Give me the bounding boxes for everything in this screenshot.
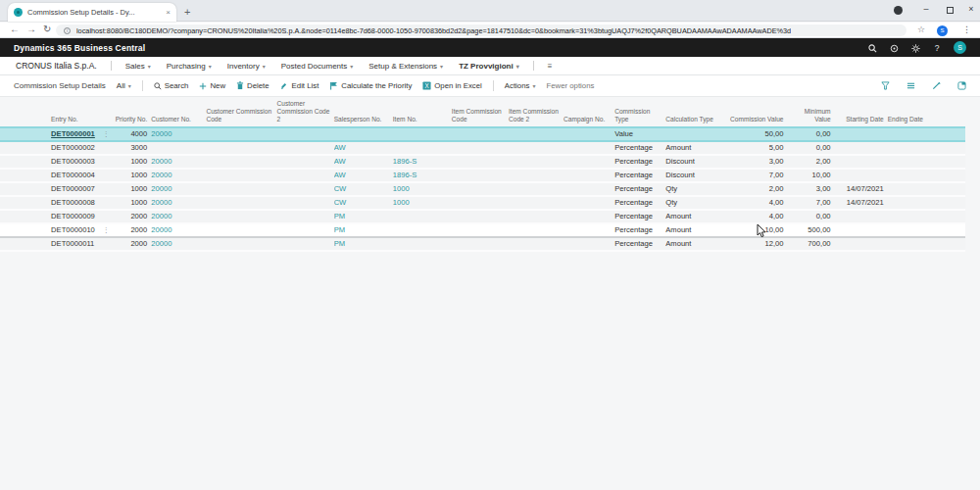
table-row[interactable]: DET0000008100020000CW1000PercentageQty4,… bbox=[0, 196, 965, 210]
cell-customer_commission_code_2[interactable] bbox=[277, 210, 334, 223]
table-row[interactable]: DET0000007100020000CW1000PercentageQty2,… bbox=[0, 182, 965, 196]
column-header-commission_value[interactable]: Commission Value bbox=[724, 98, 787, 127]
cell-priority_no[interactable]: 1000 bbox=[114, 182, 151, 196]
site-info-icon[interactable]: i bbox=[64, 27, 71, 34]
cell-item_commission_code[interactable] bbox=[452, 210, 509, 223]
column-header-campaign_no[interactable]: Campaign No. bbox=[564, 98, 614, 127]
cell-customer_commission_code_2[interactable] bbox=[277, 127, 334, 141]
search-list-button[interactable]: Search bbox=[154, 81, 189, 90]
cell-ending_date[interactable] bbox=[888, 196, 965, 210]
nav-item-purchasing[interactable]: Purchasing▾ bbox=[167, 62, 212, 71]
help-icon[interactable]: ? bbox=[926, 43, 948, 53]
cell-customer_commission_code_2[interactable] bbox=[277, 169, 334, 182]
cell-item_commission_code[interactable] bbox=[452, 196, 509, 210]
cell-calculation_type[interactable]: Qty bbox=[665, 196, 724, 210]
forward-icon[interactable]: → bbox=[26, 24, 36, 34]
cell-calculation_type[interactable]: Amount bbox=[665, 223, 724, 237]
cell-commission_type[interactable]: Percentage bbox=[614, 196, 665, 210]
cell-campaign_no[interactable] bbox=[564, 182, 614, 196]
bookmark-star-icon[interactable]: ☆ bbox=[917, 24, 925, 34]
cell-calculation_type[interactable]: Amount bbox=[665, 141, 724, 155]
cell-calculation_type[interactable] bbox=[665, 127, 724, 141]
cell-starting_date[interactable] bbox=[835, 127, 888, 141]
table-row[interactable]: DET0000001⋮400020000Value50,000,00 bbox=[0, 127, 965, 141]
cell-customer_no[interactable]: 20000 bbox=[151, 127, 206, 141]
cell-item_commission_code[interactable] bbox=[452, 223, 509, 237]
cell-item_commission_code_2[interactable] bbox=[509, 223, 564, 237]
cell-commission_value[interactable]: 50,00 bbox=[724, 127, 787, 141]
cell-salesperson_no[interactable]: CW bbox=[334, 182, 393, 196]
cell-entry_no[interactable]: DET0000010 bbox=[51, 223, 98, 237]
cell-entry_no[interactable]: DET0000003 bbox=[51, 155, 98, 169]
expand-button[interactable] bbox=[957, 81, 966, 90]
cell-customer_no[interactable]: 20000 bbox=[151, 210, 206, 223]
cell-customer_commission_code[interactable] bbox=[206, 223, 276, 237]
cell-salesperson_no[interactable]: PM bbox=[334, 237, 393, 251]
cell-dots[interactable] bbox=[98, 182, 114, 196]
cell-priority_no[interactable]: 1000 bbox=[114, 196, 151, 210]
cell-item_commission_code_2[interactable] bbox=[509, 155, 564, 169]
more-nav-icon[interactable]: ≡ bbox=[548, 62, 554, 71]
window-close-button[interactable]: × bbox=[964, 4, 978, 14]
settings-gear-icon[interactable] bbox=[905, 42, 926, 52]
notifications-icon[interactable] bbox=[883, 42, 905, 52]
cell-campaign_no[interactable] bbox=[564, 210, 614, 223]
cell-item_no[interactable]: 1000 bbox=[393, 196, 452, 210]
cell-commission_value[interactable]: 4,00 bbox=[724, 196, 787, 210]
cell-ending_date[interactable] bbox=[888, 210, 965, 223]
cell-campaign_no[interactable] bbox=[564, 196, 614, 210]
column-header-entry_no[interactable]: Entry No. bbox=[51, 98, 98, 127]
cell-ending_date[interactable] bbox=[888, 169, 965, 182]
cell-starting_date[interactable] bbox=[835, 155, 888, 169]
cell-campaign_no[interactable] bbox=[564, 141, 614, 155]
nav-item-posted-documents[interactable]: Posted Documents▾ bbox=[281, 62, 354, 71]
column-header-ending_date[interactable]: Ending Date bbox=[888, 98, 965, 127]
address-input[interactable]: i localhost:8080/BC180DEMO/?company=CRON… bbox=[56, 24, 906, 36]
cell-calculation_type[interactable]: Discount bbox=[665, 169, 724, 182]
actions-menu-button[interactable]: Actions▾ bbox=[505, 81, 536, 90]
cell-salesperson_no[interactable]: PM bbox=[334, 210, 393, 223]
column-header-starting_date[interactable]: Starting Date bbox=[835, 98, 888, 127]
cell-starting_date[interactable]: 14/07/2021 bbox=[835, 196, 888, 210]
tab-close-icon[interactable]: × bbox=[166, 8, 171, 17]
calculate-priority-button[interactable]: Calculate the Priority bbox=[329, 81, 412, 90]
cell-customer_commission_code[interactable] bbox=[206, 169, 276, 182]
column-header-commission_type[interactable]: Commission Type bbox=[614, 98, 665, 127]
cell-customer_commission_code_2[interactable] bbox=[277, 196, 334, 210]
cell-campaign_no[interactable] bbox=[564, 237, 614, 251]
cell-customer_commission_code[interactable] bbox=[206, 210, 276, 223]
cell-item_commission_code_2[interactable] bbox=[509, 196, 564, 210]
cell-customer_commission_code[interactable] bbox=[206, 196, 276, 210]
cell-commission_value[interactable]: 5,00 bbox=[724, 141, 787, 155]
cell-item_commission_code[interactable] bbox=[452, 141, 509, 155]
cell-item_commission_code[interactable] bbox=[452, 182, 509, 196]
open-in-excel-button[interactable]: X Open in Excel bbox=[422, 81, 482, 90]
cell-starting_date[interactable] bbox=[835, 169, 888, 182]
cell-calculation_type[interactable]: Discount bbox=[665, 155, 724, 169]
cell-minimum_value[interactable]: 3,00 bbox=[788, 182, 835, 196]
cell-customer_no[interactable]: 20000 bbox=[151, 223, 206, 237]
cell-salesperson_no[interactable]: PM bbox=[334, 223, 393, 237]
cell-minimum_value[interactable]: 700,00 bbox=[788, 237, 835, 251]
cell-ending_date[interactable] bbox=[888, 127, 965, 141]
column-header-customer_no[interactable]: Customer No. bbox=[151, 98, 206, 127]
cell-commission_value[interactable]: 7,00 bbox=[724, 169, 787, 182]
cell-item_no[interactable] bbox=[393, 223, 452, 237]
cell-item_no[interactable]: 1896-S bbox=[393, 155, 452, 169]
cell-item_commission_code_2[interactable] bbox=[509, 182, 564, 196]
cell-commission_type[interactable]: Percentage bbox=[614, 155, 665, 169]
cell-campaign_no[interactable] bbox=[564, 127, 614, 141]
cell-salesperson_no[interactable]: CW bbox=[334, 196, 393, 210]
cell-ending_date[interactable] bbox=[888, 141, 965, 155]
cell-entry_no[interactable]: DET0000002 bbox=[51, 141, 98, 155]
cell-priority_no[interactable]: 2000 bbox=[114, 223, 151, 237]
cell-campaign_no[interactable] bbox=[564, 155, 614, 169]
cell-priority_no[interactable]: 2000 bbox=[114, 237, 151, 251]
table-row[interactable]: DET0000009200020000PMPercentageAmount4,0… bbox=[0, 210, 965, 223]
cell-item_commission_code_2[interactable] bbox=[509, 127, 564, 141]
new-button[interactable]: New bbox=[199, 81, 225, 90]
cell-commission_value[interactable]: 3,00 bbox=[724, 155, 787, 169]
cell-minimum_value[interactable]: 2,00 bbox=[788, 155, 835, 169]
column-header-item_no[interactable]: Item No. bbox=[393, 98, 452, 127]
cell-item_commission_code_2[interactable] bbox=[509, 210, 564, 223]
